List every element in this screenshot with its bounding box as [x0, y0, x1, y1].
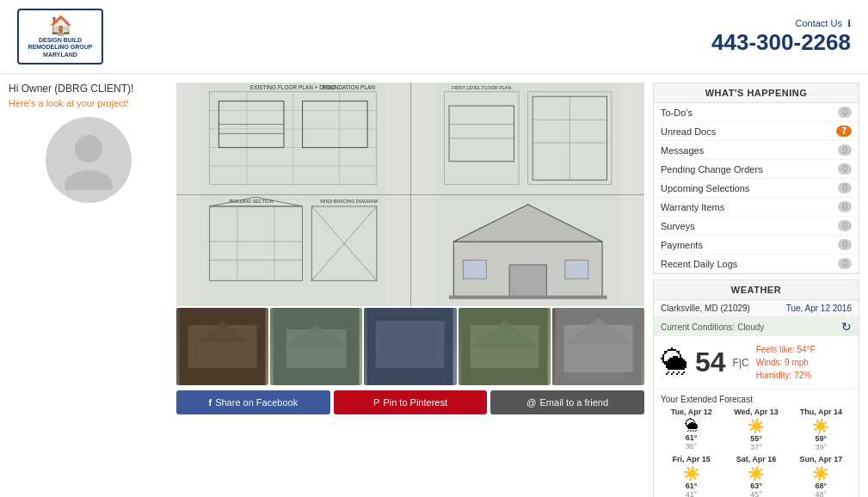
menu-item-label: To-Do's — [661, 107, 693, 118]
menu-item[interactable]: Payments0 — [654, 236, 859, 255]
weather-location: Clarksville, MD (21029) — [661, 304, 750, 313]
facebook-icon: f — [208, 397, 212, 408]
forecast-hi: 59° — [791, 434, 852, 443]
menu-item-badge: 0 — [838, 239, 852, 250]
menu-item-label: Warranty Items — [661, 202, 724, 212]
menu-item-badge: 0 — [838, 201, 852, 212]
whats-happening-section: WHAT'S HAPPENING To-Do's0Unread Docs7Mes… — [653, 83, 859, 274]
menu-item-label: Recent Daily Logs — [661, 259, 737, 269]
weather-details: Feels like: 54°F Winds: 9 mph Humidity: … — [756, 343, 816, 382]
action-buttons: f Share on Facebook P Pin to Pinterest @… — [176, 390, 644, 414]
contact-area: Contact Us ℹ 443-300-2268 — [711, 18, 851, 56]
menu-item[interactable]: Surveys0 — [654, 217, 859, 236]
pinterest-icon: P — [373, 397, 379, 408]
blueprint-cell-2: FIRST LEVEL FLOOR PLAN — [411, 83, 645, 194]
forecast-day-name: Thu, Apr 14 — [791, 408, 852, 416]
svg-text:FOUNDATION PLAN: FOUNDATION PLAN — [323, 84, 375, 90]
email-icon: @ — [526, 397, 536, 408]
menu-item[interactable]: Pending Change Orders0 — [654, 160, 859, 179]
forecast-title: Your Extended Forecast — [661, 395, 852, 404]
svg-rect-44 — [463, 260, 486, 279]
forecast-row2: Fri, Apr 15 ☀️ 61° 41° Sat, Apr 16 ☀️ 63… — [661, 455, 852, 497]
menu-item[interactable]: Messages0 — [654, 141, 859, 160]
menu-item[interactable]: To-Do's0 — [654, 103, 859, 122]
menu-item-label: Messages — [661, 145, 704, 156]
logo-area: 🏠 DESIGN BUILD REMODELING GROUP MARYLAND — [17, 9, 103, 64]
forecast-hi: 61° — [661, 482, 722, 490]
svg-rect-43 — [509, 264, 546, 297]
logo-text: DESIGN BUILD REMODELING GROUP MARYLAND — [22, 37, 98, 58]
avatar — [46, 117, 132, 203]
forecast-day-name: Wed, Apr 13 — [725, 408, 786, 416]
weather-date: Tue, Apr 12 2016 — [786, 304, 852, 313]
forecast-icon: ☀️ — [661, 465, 722, 482]
forecast-section: Your Extended Forecast Tue, Apr 12 🌦 61°… — [654, 390, 859, 497]
menu-item-badge: 7 — [836, 126, 852, 137]
center-panel: EXISTING FLOOR PLAN + DEMO FOUNDATION PL… — [176, 83, 644, 497]
greeting-main: Hi Owner (DBRG CLIENT)! — [9, 83, 168, 95]
refresh-icon[interactable]: ↻ — [841, 320, 852, 334]
svg-point-1 — [65, 170, 113, 190]
forecast-lo: 48° — [791, 490, 852, 497]
forecast-hi: 63° — [725, 482, 786, 490]
pinterest-label: Pin to Pinterest — [383, 397, 447, 408]
forecast-lo: 41° — [661, 490, 722, 497]
menu-item-label: Payments — [661, 240, 703, 250]
facebook-button[interactable]: f Share on Facebook — [176, 390, 330, 414]
svg-rect-45 — [564, 260, 588, 279]
menu-item-badge: 0 — [838, 182, 852, 193]
svg-text:WIND BRACING DIAGRAM: WIND BRACING DIAGRAM — [320, 198, 378, 203]
forecast-lo: 37° — [725, 443, 786, 451]
avatar-icon — [63, 130, 114, 190]
feels-like: Feels like: 54°F — [756, 343, 816, 356]
forecast-row1: Tue, Apr 12 🌦 61° 36° Wed, Apr 13 ☀️ 55°… — [661, 408, 852, 451]
phone-number[interactable]: 443-300-2268 — [711, 29, 851, 56]
forecast-icon: ☀️ — [725, 465, 786, 482]
forecast-day: Fri, Apr 15 ☀️ 61° 41° — [661, 455, 722, 497]
humidity: Humidity: 72% — [756, 369, 816, 382]
photo-thumb-3 — [364, 308, 456, 385]
forecast-icon: 🌦 — [661, 418, 722, 433]
whats-happening-title: WHAT'S HAPPENING — [654, 83, 859, 103]
right-panel: WHAT'S HAPPENING To-Do's0Unread Docs7Mes… — [653, 83, 859, 497]
forecast-lo: 36° — [661, 442, 722, 451]
winds: Winds: 9 mph — [756, 356, 816, 369]
logo: 🏠 DESIGN BUILD REMODELING GROUP MARYLAND — [17, 9, 103, 64]
photo-thumb-2 — [270, 308, 362, 385]
forecast-icon: ☀️ — [791, 465, 852, 482]
forecast-lo: 39° — [791, 443, 852, 451]
email-label: Email to a friend — [540, 397, 608, 408]
forecast-day: Wed, Apr 13 ☀️ 55° 37° — [725, 408, 786, 451]
email-button[interactable]: @ Email to a friend — [490, 390, 644, 414]
svg-text:FIRST LEVEL FLOOR PLAN: FIRST LEVEL FLOOR PLAN — [452, 85, 511, 90]
menu-item[interactable]: Recent Daily Logs0 — [654, 255, 859, 273]
forecast-hi: 61° — [661, 433, 722, 442]
menu-item-label: Unread Docs — [661, 126, 716, 137]
menu-item[interactable]: Unread Docs7 — [654, 122, 859, 141]
svg-rect-55 — [385, 325, 436, 359]
weather-icon-cloud: 🌦 — [661, 347, 688, 378]
menu-item-label: Pending Change Orders — [661, 164, 763, 175]
menu-item[interactable]: Upcoming Selections0 — [654, 179, 859, 198]
forecast-day-name: Sat, Apr 16 — [725, 455, 786, 463]
facebook-label: Share on Facebook — [215, 397, 298, 408]
menu-items-list: To-Do's0Unread Docs7Messages0Pending Cha… — [654, 103, 859, 273]
conditions-value: Cloudy — [737, 322, 764, 332]
weather-header: Clarksville, MD (21029) Tue, Apr 12 2016 — [654, 300, 859, 317]
temperature: 54 — [695, 347, 726, 378]
forecast-day: Tue, Apr 12 🌦 61° 36° — [661, 408, 722, 451]
menu-item[interactable]: Warranty Items0 — [654, 198, 859, 217]
photo-strip — [176, 308, 644, 385]
menu-item-label: Upcoming Selections — [661, 183, 749, 193]
left-panel: Hi Owner (DBRG CLIENT)! Here's a look at… — [9, 83, 168, 497]
contact-label: Contact Us ℹ — [711, 18, 851, 29]
blueprint-cell-3: BUILDING SECTION WIND BRACING DIAGRAM — [176, 195, 410, 307]
svg-rect-46 — [449, 295, 606, 298]
pinterest-button[interactable]: P Pin to Pinterest — [334, 390, 488, 414]
photo-thumb-1 — [176, 308, 268, 385]
info-icon[interactable]: ℹ — [847, 18, 851, 28]
menu-item-badge: 0 — [838, 163, 852, 175]
menu-item-label: Surveys — [661, 221, 695, 231]
menu-item-badge: 0 — [838, 220, 852, 231]
temp-unit: F|C — [733, 357, 749, 369]
